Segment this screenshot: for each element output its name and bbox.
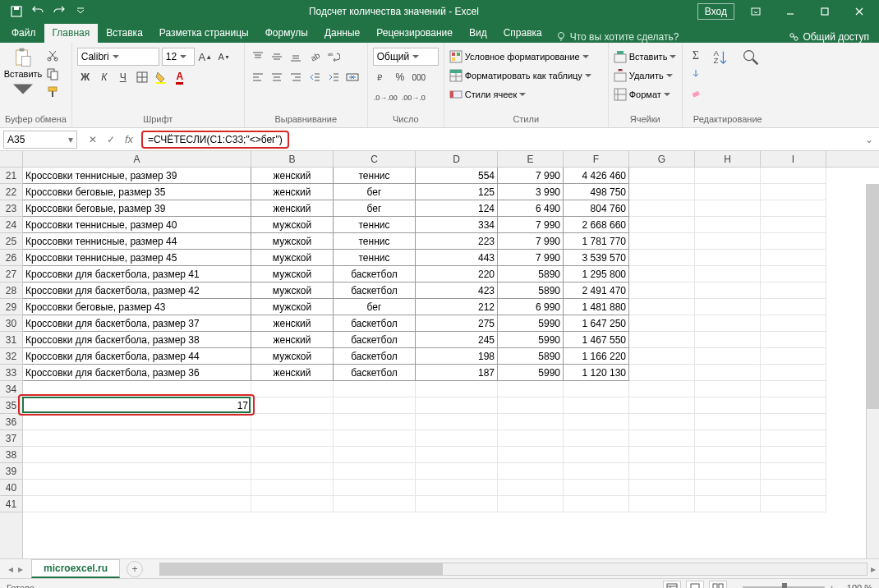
cell-B21[interactable]: женский — [251, 168, 334, 184]
align-center-icon[interactable] — [269, 69, 285, 85]
row-header-38[interactable]: 38 — [0, 447, 22, 463]
cell-E31[interactable]: 5990 — [498, 332, 564, 348]
cell-D30[interactable]: 275 — [416, 315, 498, 332]
cell-F28[interactable]: 2 491 470 — [564, 283, 629, 299]
cell-C32[interactable]: баскетбол — [334, 348, 416, 365]
cell-F38[interactable] — [564, 447, 629, 463]
cell-B24[interactable]: мужской — [251, 217, 334, 233]
row-header-33[interactable]: 33 — [0, 365, 22, 381]
row-header-21[interactable]: 21 — [0, 168, 22, 184]
cell-G34[interactable] — [629, 381, 695, 397]
cell-I22[interactable] — [761, 184, 826, 200]
cell-H29[interactable] — [695, 299, 761, 315]
cell-B30[interactable]: женский — [251, 315, 334, 332]
cell-C34[interactable] — [334, 381, 416, 397]
cell-D40[interactable] — [416, 480, 498, 496]
cell-A37[interactable] — [23, 430, 251, 447]
cell-F31[interactable]: 1 467 550 — [564, 332, 629, 348]
cell-D34[interactable] — [416, 381, 498, 397]
format-cells-button[interactable]: Формат — [614, 85, 670, 103]
row-header-36[interactable]: 36 — [0, 414, 22, 430]
cell-G21[interactable] — [629, 168, 695, 184]
cell-H24[interactable] — [695, 217, 761, 233]
cell-G25[interactable] — [629, 233, 695, 250]
save-icon[interactable] — [7, 2, 26, 21]
cell-A25[interactable]: Кроссовки теннисные, размер 44 — [23, 233, 251, 250]
cell-F35[interactable] — [564, 397, 629, 414]
cell-H41[interactable] — [695, 496, 761, 512]
cell-B35[interactable] — [251, 397, 334, 414]
cell-G24[interactable] — [629, 217, 695, 233]
cell-I39[interactable] — [761, 463, 826, 480]
cell-I33[interactable] — [761, 365, 826, 381]
horizontal-scrollbar[interactable] — [159, 563, 867, 576]
cell-A24[interactable]: Кроссовки теннисные, размер 40 — [23, 217, 251, 233]
tab-разметка страницы[interactable]: Разметка страницы — [151, 24, 257, 43]
cell-G40[interactable] — [629, 480, 695, 496]
cell-G30[interactable] — [629, 315, 695, 332]
cell-C36[interactable] — [334, 414, 416, 430]
row-header-40[interactable]: 40 — [0, 480, 22, 496]
cell-H34[interactable] — [695, 381, 761, 397]
wrap-text-icon[interactable]: ab — [325, 48, 342, 65]
cell-A40[interactable] — [23, 480, 251, 496]
align-right-icon[interactable] — [288, 69, 304, 85]
cell-A23[interactable]: Кроссовки беговые, размер 39 — [23, 200, 251, 217]
fill-color-icon[interactable] — [153, 69, 169, 85]
cell-D23[interactable]: 124 — [416, 200, 498, 217]
maximize-icon[interactable] — [808, 0, 841, 23]
row-header-30[interactable]: 30 — [0, 315, 22, 332]
cell-E35[interactable] — [498, 397, 564, 414]
cell-A27[interactable]: Кроссовки для баскетбола, размер 41 — [23, 266, 251, 283]
row-header-27[interactable]: 27 — [0, 266, 22, 283]
cells-area[interactable]: Кроссовки теннисные, размер 39женскийтен… — [23, 168, 826, 558]
cell-H39[interactable] — [695, 463, 761, 480]
redo-icon[interactable] — [49, 2, 69, 21]
cell-B40[interactable] — [251, 480, 334, 496]
cell-B26[interactable]: мужской — [251, 250, 334, 266]
cell-F39[interactable] — [564, 463, 629, 480]
cell-B33[interactable]: женский — [251, 365, 334, 381]
cell-A30[interactable]: Кроссовки для баскетбола, размер 37 — [23, 315, 251, 332]
close-icon[interactable] — [843, 0, 876, 23]
cell-G37[interactable] — [629, 430, 695, 447]
decrease-indent-icon[interactable] — [306, 69, 323, 85]
cell-I27[interactable] — [761, 266, 826, 283]
tab-файл[interactable]: Файл — [3, 24, 44, 43]
cell-B36[interactable] — [251, 414, 334, 430]
cell-C27[interactable]: баскетбол — [334, 266, 416, 283]
cell-I41[interactable] — [761, 496, 826, 512]
cell-F26[interactable]: 3 539 570 — [564, 250, 629, 266]
enter-formula-icon[interactable]: ✓ — [104, 134, 118, 145]
cell-F25[interactable]: 1 781 770 — [564, 233, 629, 250]
col-header-H[interactable]: H — [695, 151, 761, 167]
cell-B39[interactable] — [251, 463, 334, 480]
align-top-icon[interactable] — [250, 48, 266, 65]
cell-E37[interactable] — [498, 430, 564, 447]
cell-F24[interactable]: 2 668 660 — [564, 217, 629, 233]
cell-I28[interactable] — [761, 283, 826, 299]
cell-B25[interactable]: мужской — [251, 233, 334, 250]
col-header-F[interactable]: F — [564, 151, 629, 167]
cell-D27[interactable]: 220 — [416, 266, 498, 283]
tab-главная[interactable]: Главная — [44, 24, 99, 43]
sheet-nav-prev-icon[interactable]: ◂ — [8, 563, 13, 575]
number-format-combo[interactable]: Общий — [373, 48, 439, 66]
cell-H40[interactable] — [695, 480, 761, 496]
cell-A26[interactable]: Кроссовки теннисные, размер 45 — [23, 250, 251, 266]
cell-A38[interactable] — [23, 447, 251, 463]
align-left-icon[interactable] — [250, 69, 266, 85]
login-button[interactable]: Вход — [697, 3, 734, 20]
cell-H36[interactable] — [695, 414, 761, 430]
cell-E28[interactable]: 5890 — [498, 283, 564, 299]
cell-C25[interactable]: теннис — [334, 233, 416, 250]
cell-E23[interactable]: 6 490 — [498, 200, 564, 217]
qat-customize-icon[interactable] — [71, 2, 90, 21]
insert-cells-button[interactable]: Вставить — [614, 48, 677, 66]
cell-H25[interactable] — [695, 233, 761, 250]
cell-C26[interactable]: теннис — [334, 250, 416, 266]
cell-G38[interactable] — [629, 447, 695, 463]
vertical-scrollbar[interactable] — [866, 184, 879, 558]
col-header-I[interactable]: I — [761, 151, 826, 167]
share-button[interactable]: Общий доступ — [788, 31, 869, 43]
